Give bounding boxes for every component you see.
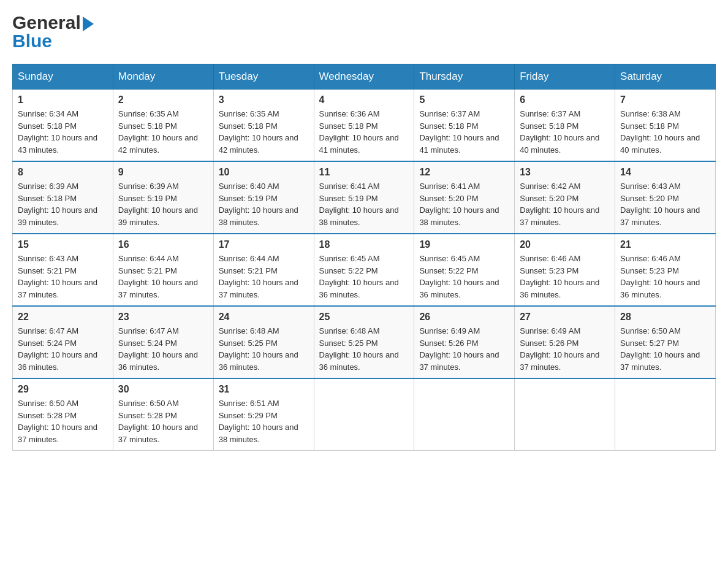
calendar-header-saturday: Saturday bbox=[615, 64, 716, 90]
calendar-day-cell: 24 Sunrise: 6:48 AM Sunset: 5:25 PM Dayl… bbox=[213, 306, 314, 378]
day-number: 17 bbox=[219, 239, 309, 250]
calendar-day-cell: 15 Sunrise: 6:43 AM Sunset: 5:21 PM Dayl… bbox=[13, 234, 113, 306]
day-number: 18 bbox=[319, 239, 409, 250]
day-info: Sunrise: 6:50 AM Sunset: 5:27 PM Dayligh… bbox=[620, 325, 710, 373]
day-info: Sunrise: 6:45 AM Sunset: 5:22 PM Dayligh… bbox=[319, 253, 409, 301]
calendar-table: SundayMondayTuesdayWednesdayThursdayFrid… bbox=[12, 64, 716, 451]
day-number: 29 bbox=[18, 384, 108, 395]
day-number: 8 bbox=[18, 167, 108, 178]
logo-arrow-icon bbox=[83, 17, 94, 31]
day-number: 14 bbox=[620, 167, 710, 178]
day-number: 6 bbox=[520, 94, 610, 105]
day-number: 13 bbox=[520, 167, 610, 178]
logo-blue-text: Blue bbox=[12, 31, 52, 51]
day-info: Sunrise: 6:39 AM Sunset: 5:18 PM Dayligh… bbox=[18, 180, 108, 228]
calendar-day-cell: 19 Sunrise: 6:45 AM Sunset: 5:22 PM Dayl… bbox=[414, 234, 515, 306]
calendar-day-cell: 25 Sunrise: 6:48 AM Sunset: 5:25 PM Dayl… bbox=[314, 306, 414, 378]
day-number: 20 bbox=[520, 239, 610, 250]
logo-row1: General bbox=[12, 12, 94, 33]
calendar-week-row: 22 Sunrise: 6:47 AM Sunset: 5:24 PM Dayl… bbox=[13, 306, 716, 378]
calendar-day-cell: 1 Sunrise: 6:34 AM Sunset: 5:18 PM Dayli… bbox=[13, 90, 113, 162]
day-info: Sunrise: 6:46 AM Sunset: 5:23 PM Dayligh… bbox=[520, 253, 610, 301]
day-info: Sunrise: 6:36 AM Sunset: 5:18 PM Dayligh… bbox=[319, 108, 409, 156]
day-info: Sunrise: 6:49 AM Sunset: 5:26 PM Dayligh… bbox=[520, 325, 610, 373]
calendar-header-sunday: Sunday bbox=[13, 64, 113, 90]
day-info: Sunrise: 6:44 AM Sunset: 5:21 PM Dayligh… bbox=[219, 253, 309, 301]
calendar-day-cell bbox=[314, 378, 414, 451]
day-info: Sunrise: 6:35 AM Sunset: 5:18 PM Dayligh… bbox=[118, 108, 208, 156]
calendar-day-cell bbox=[414, 378, 515, 451]
logo-row2: Blue bbox=[12, 31, 52, 52]
calendar-day-cell: 29 Sunrise: 6:50 AM Sunset: 5:28 PM Dayl… bbox=[13, 378, 113, 451]
day-info: Sunrise: 6:45 AM Sunset: 5:22 PM Dayligh… bbox=[419, 253, 509, 301]
day-number: 28 bbox=[620, 312, 710, 323]
calendar-day-cell: 10 Sunrise: 6:40 AM Sunset: 5:19 PM Dayl… bbox=[213, 161, 314, 234]
day-info: Sunrise: 6:39 AM Sunset: 5:19 PM Dayligh… bbox=[118, 180, 208, 228]
calendar-header-row: SundayMondayTuesdayWednesdayThursdayFrid… bbox=[13, 64, 716, 90]
day-number: 16 bbox=[118, 239, 208, 250]
day-number: 3 bbox=[219, 94, 309, 105]
page-header: General Blue bbox=[12, 12, 716, 52]
day-info: Sunrise: 6:51 AM Sunset: 5:29 PM Dayligh… bbox=[219, 397, 309, 445]
day-number: 22 bbox=[18, 312, 108, 323]
day-info: Sunrise: 6:50 AM Sunset: 5:28 PM Dayligh… bbox=[118, 397, 208, 445]
day-number: 21 bbox=[620, 239, 710, 250]
calendar-week-row: 15 Sunrise: 6:43 AM Sunset: 5:21 PM Dayl… bbox=[13, 234, 716, 306]
day-info: Sunrise: 6:48 AM Sunset: 5:25 PM Dayligh… bbox=[219, 325, 309, 373]
day-number: 30 bbox=[118, 384, 208, 395]
calendar-day-cell: 8 Sunrise: 6:39 AM Sunset: 5:18 PM Dayli… bbox=[13, 161, 113, 234]
day-info: Sunrise: 6:40 AM Sunset: 5:19 PM Dayligh… bbox=[219, 180, 309, 228]
calendar-day-cell: 3 Sunrise: 6:35 AM Sunset: 5:18 PM Dayli… bbox=[213, 90, 314, 162]
day-number: 4 bbox=[319, 94, 409, 105]
day-info: Sunrise: 6:49 AM Sunset: 5:26 PM Dayligh… bbox=[419, 325, 509, 373]
day-info: Sunrise: 6:43 AM Sunset: 5:21 PM Dayligh… bbox=[18, 253, 108, 301]
calendar-header-tuesday: Tuesday bbox=[213, 64, 314, 90]
calendar-day-cell: 13 Sunrise: 6:42 AM Sunset: 5:20 PM Dayl… bbox=[515, 161, 615, 234]
calendar-week-row: 8 Sunrise: 6:39 AM Sunset: 5:18 PM Dayli… bbox=[13, 161, 716, 234]
day-info: Sunrise: 6:50 AM Sunset: 5:28 PM Dayligh… bbox=[18, 397, 108, 445]
day-number: 7 bbox=[620, 94, 710, 105]
calendar-day-cell: 9 Sunrise: 6:39 AM Sunset: 5:19 PM Dayli… bbox=[113, 161, 213, 234]
calendar-day-cell: 20 Sunrise: 6:46 AM Sunset: 5:23 PM Dayl… bbox=[515, 234, 615, 306]
calendar-week-row: 1 Sunrise: 6:34 AM Sunset: 5:18 PM Dayli… bbox=[13, 90, 716, 162]
calendar-day-cell bbox=[615, 378, 716, 451]
day-number: 10 bbox=[219, 167, 309, 178]
day-info: Sunrise: 6:35 AM Sunset: 5:18 PM Dayligh… bbox=[219, 108, 309, 156]
calendar-day-cell: 11 Sunrise: 6:41 AM Sunset: 5:19 PM Dayl… bbox=[314, 161, 414, 234]
day-info: Sunrise: 6:48 AM Sunset: 5:25 PM Dayligh… bbox=[319, 325, 409, 373]
calendar-header-friday: Friday bbox=[515, 64, 615, 90]
day-number: 19 bbox=[419, 239, 509, 250]
calendar-day-cell: 26 Sunrise: 6:49 AM Sunset: 5:26 PM Dayl… bbox=[414, 306, 515, 378]
day-info: Sunrise: 6:37 AM Sunset: 5:18 PM Dayligh… bbox=[520, 108, 610, 156]
calendar-day-cell: 22 Sunrise: 6:47 AM Sunset: 5:24 PM Dayl… bbox=[13, 306, 113, 378]
calendar-header-monday: Monday bbox=[113, 64, 213, 90]
day-info: Sunrise: 6:42 AM Sunset: 5:20 PM Dayligh… bbox=[520, 180, 610, 228]
calendar-day-cell: 18 Sunrise: 6:45 AM Sunset: 5:22 PM Dayl… bbox=[314, 234, 414, 306]
calendar-day-cell: 31 Sunrise: 6:51 AM Sunset: 5:29 PM Dayl… bbox=[213, 378, 314, 451]
calendar-day-cell: 16 Sunrise: 6:44 AM Sunset: 5:21 PM Dayl… bbox=[113, 234, 213, 306]
day-info: Sunrise: 6:37 AM Sunset: 5:18 PM Dayligh… bbox=[419, 108, 509, 156]
calendar-day-cell: 21 Sunrise: 6:46 AM Sunset: 5:23 PM Dayl… bbox=[615, 234, 716, 306]
day-number: 5 bbox=[419, 94, 509, 105]
day-number: 23 bbox=[118, 312, 208, 323]
day-info: Sunrise: 6:43 AM Sunset: 5:20 PM Dayligh… bbox=[620, 180, 710, 228]
calendar-day-cell: 27 Sunrise: 6:49 AM Sunset: 5:26 PM Dayl… bbox=[515, 306, 615, 378]
day-info: Sunrise: 6:41 AM Sunset: 5:19 PM Dayligh… bbox=[319, 180, 409, 228]
calendar-day-cell: 17 Sunrise: 6:44 AM Sunset: 5:21 PM Dayl… bbox=[213, 234, 314, 306]
calendar-day-cell: 4 Sunrise: 6:36 AM Sunset: 5:18 PM Dayli… bbox=[314, 90, 414, 162]
day-number: 31 bbox=[219, 384, 309, 395]
logo: General Blue bbox=[12, 12, 94, 52]
calendar-day-cell: 12 Sunrise: 6:41 AM Sunset: 5:20 PM Dayl… bbox=[414, 161, 515, 234]
day-info: Sunrise: 6:41 AM Sunset: 5:20 PM Dayligh… bbox=[419, 180, 509, 228]
calendar-day-cell: 28 Sunrise: 6:50 AM Sunset: 5:27 PM Dayl… bbox=[615, 306, 716, 378]
day-info: Sunrise: 6:38 AM Sunset: 5:18 PM Dayligh… bbox=[620, 108, 710, 156]
day-info: Sunrise: 6:34 AM Sunset: 5:18 PM Dayligh… bbox=[18, 108, 108, 156]
calendar-header-thursday: Thursday bbox=[414, 64, 515, 90]
day-number: 24 bbox=[219, 312, 309, 323]
calendar-day-cell: 6 Sunrise: 6:37 AM Sunset: 5:18 PM Dayli… bbox=[515, 90, 615, 162]
day-info: Sunrise: 6:44 AM Sunset: 5:21 PM Dayligh… bbox=[118, 253, 208, 301]
day-number: 2 bbox=[118, 94, 208, 105]
calendar-day-cell: 30 Sunrise: 6:50 AM Sunset: 5:28 PM Dayl… bbox=[113, 378, 213, 451]
day-info: Sunrise: 6:47 AM Sunset: 5:24 PM Dayligh… bbox=[18, 325, 108, 373]
day-number: 1 bbox=[18, 94, 108, 105]
